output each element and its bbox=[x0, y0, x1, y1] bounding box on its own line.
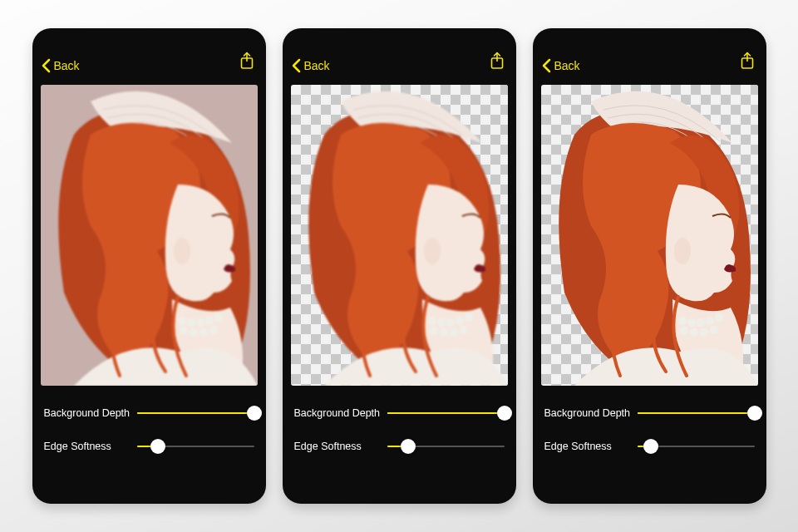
portrait-subject bbox=[541, 85, 758, 386]
slider-knob[interactable] bbox=[497, 406, 512, 421]
share-button[interactable] bbox=[239, 52, 254, 73]
share-icon bbox=[740, 52, 755, 70]
slider-knob[interactable] bbox=[401, 439, 416, 454]
edge-softness-label: Edge Softness bbox=[544, 441, 638, 452]
background-depth-row: Background Depth bbox=[44, 399, 254, 427]
back-label: Back bbox=[54, 59, 80, 72]
share-button[interactable] bbox=[490, 52, 505, 73]
share-icon bbox=[490, 52, 505, 70]
back-button[interactable]: Back bbox=[291, 58, 330, 73]
background-depth-label: Background Depth bbox=[294, 407, 387, 419]
navbar: Back bbox=[283, 28, 516, 80]
slider-panel: Background Depth Edge Softness bbox=[533, 386, 766, 461]
slider-fill bbox=[638, 412, 755, 414]
back-button[interactable]: Back bbox=[41, 58, 80, 73]
slider-fill bbox=[387, 412, 505, 414]
chevron-left-icon bbox=[41, 58, 52, 73]
share-button[interactable] bbox=[740, 52, 755, 73]
slider-panel: Background Depth Edge Softness bbox=[283, 386, 516, 461]
background-depth-row: Background Depth bbox=[294, 399, 505, 427]
back-label: Back bbox=[304, 59, 330, 72]
background-depth-label: Background Depth bbox=[544, 407, 638, 419]
navbar: Back bbox=[32, 28, 266, 80]
background-depth-row: Background Depth bbox=[544, 399, 755, 427]
slider-fill bbox=[137, 412, 254, 414]
navbar: Back bbox=[533, 28, 766, 80]
share-icon bbox=[239, 52, 254, 70]
chevron-left-icon bbox=[541, 58, 553, 73]
portrait-subject bbox=[41, 85, 258, 386]
phone-screen: Back Background Depth Edge Softness bbox=[32, 28, 266, 504]
slider-knob[interactable] bbox=[247, 406, 262, 421]
edge-softness-row: Edge Softness bbox=[44, 432, 254, 461]
image-canvas[interactable] bbox=[41, 85, 258, 386]
slider-knob[interactable] bbox=[747, 406, 762, 421]
back-label: Back bbox=[554, 59, 580, 72]
chevron-left-icon bbox=[291, 58, 303, 73]
edge-softness-slider[interactable] bbox=[638, 441, 755, 452]
edge-softness-label: Edge Softness bbox=[44, 441, 137, 452]
image-canvas[interactable] bbox=[541, 85, 758, 386]
edge-softness-row: Edge Softness bbox=[544, 432, 755, 461]
background-depth-slider[interactable] bbox=[387, 407, 505, 419]
image-canvas[interactable] bbox=[291, 85, 508, 386]
background-depth-label: Background Depth bbox=[44, 407, 137, 419]
edge-softness-label: Edge Softness bbox=[294, 441, 387, 452]
slider-knob[interactable] bbox=[150, 439, 165, 454]
background-depth-slider[interactable] bbox=[137, 407, 254, 419]
edge-softness-row: Edge Softness bbox=[294, 432, 505, 461]
phone-screen: Back Background Depth Edge Softness bbox=[533, 28, 766, 504]
background-depth-slider[interactable] bbox=[638, 407, 755, 419]
slider-panel: Background Depth Edge Softness bbox=[32, 386, 266, 461]
portrait-subject bbox=[291, 85, 508, 386]
edge-softness-slider[interactable] bbox=[387, 441, 505, 452]
back-button[interactable]: Back bbox=[541, 58, 580, 73]
slider-knob[interactable] bbox=[643, 439, 658, 454]
edge-softness-slider[interactable] bbox=[137, 441, 254, 452]
phone-screen: Back Background Depth Edge Softness bbox=[283, 28, 516, 504]
